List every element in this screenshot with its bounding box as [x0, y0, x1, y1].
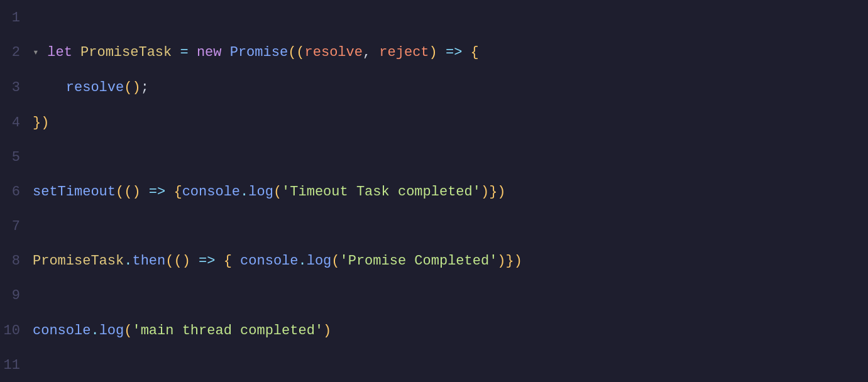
token-var: PromiseTask	[80, 45, 172, 60]
token-plain: ,	[363, 45, 379, 60]
token-op: .	[299, 253, 307, 269]
token-builtin: console	[182, 184, 240, 200]
token-paren: })	[33, 115, 49, 131]
token-plain	[215, 253, 223, 269]
token-paren: })	[489, 184, 505, 200]
code-line: 9	[0, 278, 868, 312]
line-number: 8	[0, 244, 33, 278]
token-fn: log	[307, 253, 332, 269]
token-plain	[437, 45, 446, 60]
token-builtin: setTimeout	[33, 184, 116, 200]
token-fn: resolve	[66, 80, 124, 96]
line-content: console.log('main thread completed')	[33, 314, 868, 348]
token-paren: (	[124, 323, 132, 339]
token-op: .	[91, 323, 99, 339]
token-paren: )	[323, 323, 331, 339]
token-op: =>	[199, 253, 215, 269]
token-plain	[189, 45, 197, 60]
code-line: 2▾ let PromiseTask = new Promise((resolv…	[0, 35, 868, 70]
token-fn: log	[248, 184, 273, 200]
token-paren: {	[173, 184, 182, 200]
code-editor: 12▾ let PromiseTask = new Promise((resol…	[0, 0, 868, 382]
token-paren: {	[471, 45, 479, 60]
line-content: setTimeout(() => {console.log('Timeout T…	[33, 175, 868, 209]
code-line: 1	[0, 0, 868, 35]
token-paren: (	[116, 184, 124, 200]
token-plain: ;	[141, 80, 149, 96]
line-number: 4	[0, 106, 33, 140]
token-kw: let	[47, 45, 80, 60]
token-str: 'main thread completed'	[132, 323, 323, 339]
token-paren: (	[165, 253, 173, 269]
token-str: 'Promise Completed'	[340, 253, 498, 269]
token-var: PromiseTask	[33, 253, 124, 269]
token-paren: })	[506, 253, 522, 269]
line-number: 2	[0, 36, 33, 70]
token-param: reject	[379, 45, 429, 60]
code-line: 11	[0, 347, 868, 382]
token-builtin: console	[33, 323, 91, 339]
code-line: 3 resolve();	[0, 70, 868, 104]
token-paren: (	[273, 184, 282, 200]
token-paren: ()	[124, 184, 140, 200]
code-line: 6setTimeout(() => {console.log('Timeout …	[0, 174, 868, 209]
line-number: 3	[0, 71, 33, 105]
token-kw: new	[197, 45, 230, 60]
token-str: 'Timeout Task completed'	[282, 184, 481, 200]
token-op: .	[124, 253, 132, 269]
token-builtin: console	[240, 253, 298, 269]
line-content: })	[33, 106, 868, 140]
collapse-arrow-icon[interactable]: ▾	[33, 47, 45, 58]
token-plain	[462, 45, 470, 60]
token-paren: ()	[173, 253, 190, 269]
token-op: =>	[446, 45, 462, 60]
line-number: 9	[0, 279, 33, 313]
token-paren: ((	[288, 45, 304, 60]
token-paren: {	[224, 253, 232, 269]
line-number: 5	[0, 141, 33, 175]
token-fn: then	[132, 253, 165, 269]
code-line: 4})	[0, 105, 868, 139]
token-paren: )	[429, 45, 437, 60]
token-op: =	[180, 45, 188, 60]
token-plain	[190, 253, 199, 269]
line-number: 11	[0, 349, 33, 382]
line-number: 1	[0, 1, 33, 35]
token-plain	[232, 253, 240, 269]
token-builtin: Promise	[230, 45, 288, 60]
token-fn: log	[99, 323, 124, 339]
token-plain	[172, 45, 180, 60]
code-line: 7	[0, 209, 868, 243]
token-paren: (	[331, 253, 339, 269]
line-content: ▾ let PromiseTask = new Promise((resolve…	[33, 36, 868, 70]
token-plain	[165, 184, 173, 200]
code-line: 10console.log('main thread completed')	[0, 313, 868, 347]
line-number: 7	[0, 210, 33, 244]
line-content: resolve();	[33, 71, 868, 105]
token-param: resolve	[305, 45, 363, 60]
line-number: 10	[0, 314, 33, 348]
line-number: 6	[0, 175, 33, 209]
token-op: =>	[149, 184, 165, 200]
token-plain	[141, 184, 149, 200]
token-op: .	[240, 184, 248, 200]
code-line: 5	[0, 139, 868, 174]
token-paren: )	[497, 253, 505, 269]
token-paren: )	[481, 184, 489, 200]
code-line: 8PromiseTask.then(() => { console.log('P…	[0, 243, 868, 278]
line-content: PromiseTask.then(() => { console.log('Pr…	[33, 244, 868, 278]
token-paren: ()	[124, 80, 140, 96]
